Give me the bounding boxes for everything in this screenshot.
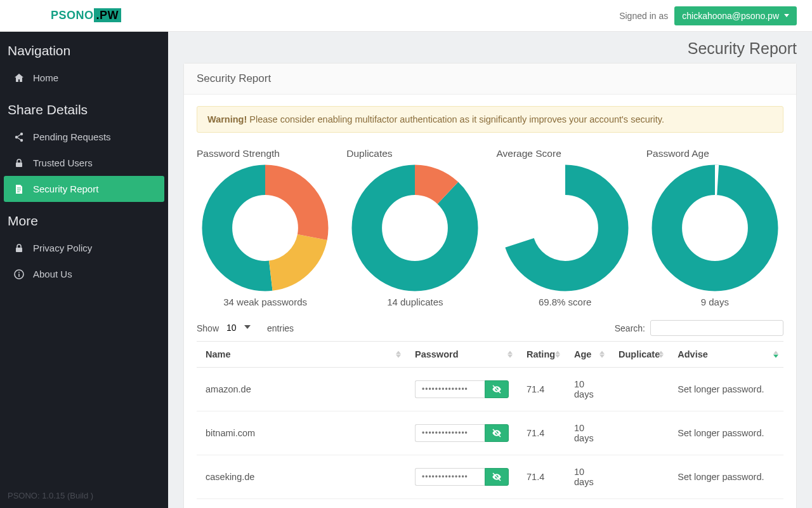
topbar: PSONO.PW Signed in as chickahoona@psono.… xyxy=(0,0,812,32)
cell-age: 10 days xyxy=(565,411,610,455)
toggle-visibility-button[interactable] xyxy=(485,424,509,442)
search-input[interactable] xyxy=(650,320,783,336)
alert-text: Please consider enabling multifactor aut… xyxy=(247,114,664,124)
col-age[interactable]: Age xyxy=(565,342,610,368)
donut-chart-icon xyxy=(202,164,329,291)
entries-control: Show 10 entries xyxy=(197,321,294,335)
chart-password-age: Password Age 9 days xyxy=(646,148,783,307)
cell-password xyxy=(406,411,518,455)
share-icon xyxy=(14,132,24,142)
password-field[interactable] xyxy=(415,380,485,398)
lock-icon xyxy=(14,158,24,168)
chart-caption: 69.8% score xyxy=(539,297,591,307)
sidebar: Navigation Home Share Details Pending Re… xyxy=(0,32,168,508)
chevron-down-icon xyxy=(784,14,789,17)
cell-password xyxy=(406,499,518,509)
svg-point-13 xyxy=(517,180,613,276)
password-table: Name Password Rating Age Duplicate Advis… xyxy=(197,341,783,508)
chart-caption: 34 weak passwords xyxy=(223,297,307,307)
sidebar-item-home[interactable]: Home xyxy=(0,65,168,91)
sidebar-item-label: Privacy Policy xyxy=(33,243,92,253)
table-row: caseking.de71.410 daysSet longer passwor… xyxy=(197,455,783,499)
cell-advise: Set longer password. xyxy=(669,411,783,455)
toggle-visibility-button[interactable] xyxy=(485,468,509,486)
entries-label: entries xyxy=(267,323,294,333)
sidebar-heading-more: More xyxy=(0,202,168,235)
table-row: DCNuernberg28.61Set longer password. xyxy=(197,499,783,509)
eye-slash-icon xyxy=(492,428,502,438)
chart-title: Average Score xyxy=(497,148,561,159)
cell-advise: Set longer password. xyxy=(669,499,783,509)
cell-rating: 28.6 xyxy=(518,499,565,509)
search-control: Search: xyxy=(615,320,783,336)
logo[interactable]: PSONO.PW xyxy=(51,9,121,22)
password-field[interactable] xyxy=(415,424,485,442)
donut-chart-icon xyxy=(652,164,778,291)
sidebar-item-label: Security Report xyxy=(33,184,98,194)
col-password[interactable]: Password xyxy=(406,342,518,368)
alert-strong: Warning! xyxy=(207,114,247,124)
logo-prefix: PSONO xyxy=(51,9,94,22)
user-menu-button[interactable]: chickahoona@psono.pw xyxy=(674,6,797,25)
cell-age: 10 days xyxy=(565,455,610,499)
user-email: chickahoona@psono.pw xyxy=(682,11,779,21)
svg-rect-3 xyxy=(16,163,22,167)
home-icon xyxy=(14,73,24,83)
sidebar-heading-share: Share Details xyxy=(0,91,168,124)
cell-rating: 71.4 xyxy=(518,411,565,455)
eye-slash-icon xyxy=(492,384,502,394)
cell-rating: 71.4 xyxy=(518,455,565,499)
cell-duplicate xyxy=(610,499,669,509)
col-advise[interactable]: Advise xyxy=(669,342,783,368)
svg-rect-4 xyxy=(16,248,22,252)
sidebar-item-label: Trusted Users xyxy=(33,157,93,168)
info-icon xyxy=(14,269,24,279)
col-duplicate[interactable]: Duplicate xyxy=(610,342,669,368)
cell-password xyxy=(406,368,518,411)
cell-duplicate xyxy=(610,368,669,411)
cell-duplicate xyxy=(610,411,669,455)
sidebar-heading-navigation: Navigation xyxy=(0,32,168,65)
sidebar-item-pending[interactable]: Pending Requests xyxy=(0,124,168,150)
main-content: Security Report Security Report Warning!… xyxy=(168,32,812,508)
chart-caption: 9 days xyxy=(701,297,729,307)
signin-area: Signed in as chickahoona@psono.pw xyxy=(619,6,797,25)
cell-age: 10 days xyxy=(565,368,610,411)
cell-password xyxy=(406,455,518,499)
cell-rating: 71.4 xyxy=(518,368,565,411)
table-row: bitnami.com71.410 daysSet longer passwor… xyxy=(197,411,783,455)
table-row: amazon.de71.410 daysSet longer password. xyxy=(197,368,783,411)
show-label: Show xyxy=(197,323,219,333)
cell-advise: Set longer password. xyxy=(669,368,783,411)
chart-duplicates: Duplicates 14 duplicates xyxy=(346,148,483,307)
sidebar-item-privacy[interactable]: Privacy Policy xyxy=(0,235,168,261)
panel-title: Security Report xyxy=(184,64,796,95)
eye-slash-icon xyxy=(492,472,502,482)
password-field[interactable] xyxy=(415,468,485,486)
chart-title: Password Strength xyxy=(197,148,280,159)
mfa-warning-alert: Warning! Please consider enabling multif… xyxy=(197,106,783,133)
col-rating[interactable]: Rating xyxy=(518,342,565,368)
chart-password-strength: Password Strength 34 weak passwords xyxy=(197,148,334,307)
toggle-visibility-button[interactable] xyxy=(485,380,509,398)
cell-name: amazon.de xyxy=(197,368,406,411)
chart-caption: 14 duplicates xyxy=(387,297,443,307)
cell-advise: Set longer password. xyxy=(669,455,783,499)
page-size-select[interactable]: 10 xyxy=(224,321,262,334)
signed-in-label: Signed in as xyxy=(619,11,668,21)
cell-name: DCNuernberg xyxy=(197,499,406,509)
donut-chart-icon xyxy=(351,164,478,291)
sidebar-item-security[interactable]: Security Report xyxy=(4,176,164,202)
cell-age: 1 xyxy=(565,499,610,509)
table-controls: Show 10 entries Search: xyxy=(197,320,783,336)
sidebar-item-about[interactable]: About Us xyxy=(0,261,168,287)
svg-rect-7 xyxy=(18,272,20,273)
logo-suffix: .PW xyxy=(94,8,122,22)
charts-row: Password Strength 34 weak passwords Dupl… xyxy=(197,148,783,307)
document-icon xyxy=(14,184,24,194)
sidebar-item-label: About Us xyxy=(33,269,72,279)
sidebar-item-label: Pending Requests xyxy=(33,131,111,142)
col-name[interactable]: Name xyxy=(197,342,406,368)
sidebar-item-trusted[interactable]: Trusted Users xyxy=(0,150,168,176)
cell-name: caseking.de xyxy=(197,455,406,499)
